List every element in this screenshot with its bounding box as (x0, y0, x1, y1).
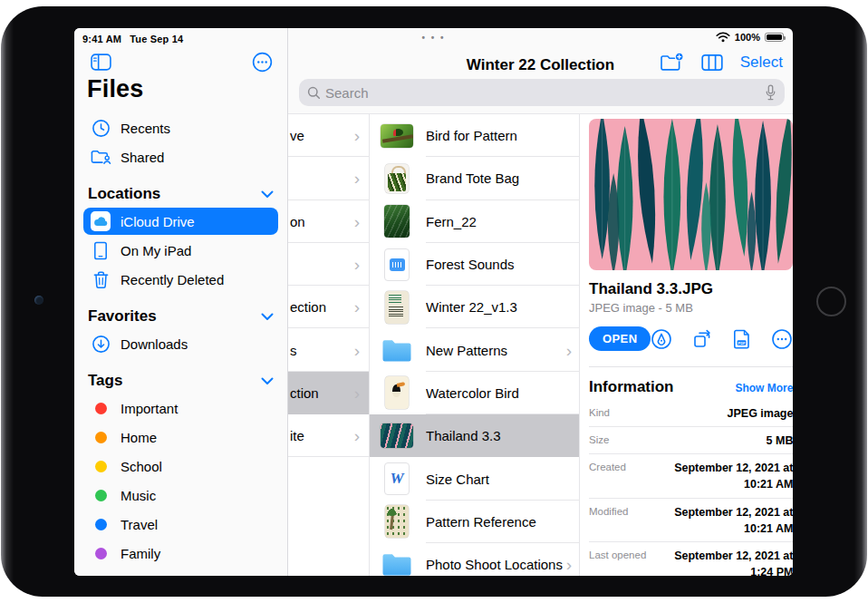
file-row-thailand-33-selected[interactable]: Thailand 3.3 (370, 414, 579, 457)
file-row-photo-shoot-locations[interactable]: Photo Shoot Locations › (370, 543, 579, 576)
sidebar-tag-family[interactable]: Family (74, 539, 287, 568)
info-label: Modified (589, 504, 628, 517)
tag-dot-icon (90, 519, 111, 530)
browser-row[interactable]: ve› (288, 114, 369, 157)
chevron-right-icon: › (354, 213, 360, 230)
sidebar-section-locations[interactable]: Locations (74, 181, 287, 207)
sidebar-item-downloads[interactable]: Downloads (74, 329, 287, 358)
icloud-drive-icon (90, 211, 111, 231)
file-name: Forest Sounds (426, 257, 515, 272)
info-value: JPEG image (728, 405, 794, 422)
dictation-mic-icon[interactable] (765, 84, 776, 102)
home-button[interactable] (816, 287, 846, 316)
sidebar-item-label: iCloud Drive (121, 214, 195, 229)
search-input[interactable] (325, 85, 760, 101)
select-button[interactable]: Select (740, 53, 783, 72)
rotate-icon[interactable] (691, 328, 713, 350)
info-label: Size (589, 433, 609, 445)
file-name: New Patterns (426, 343, 507, 358)
ipad-frame: 9:41 AMTue Sep 14 • • • 100% (0, 0, 868, 603)
front-camera (34, 296, 43, 305)
sidebar-item-recents[interactable]: Recents (74, 113, 287, 142)
tag-label: Important (121, 401, 178, 416)
chevron-down-icon (261, 377, 274, 385)
view-options-button[interactable] (701, 53, 723, 72)
search-bar[interactable] (299, 79, 785, 106)
browser-row[interactable]: › (288, 243, 369, 286)
sidebar-more-button[interactable] (252, 52, 273, 73)
browser-row-selected[interactable]: ction› (288, 372, 369, 414)
photo-thumbnail (381, 423, 413, 448)
tag-dot-icon (90, 548, 111, 559)
file-name: Winter 22_v1.3 (426, 299, 517, 315)
file-row-forest-sounds[interactable]: Forest Sounds (370, 243, 579, 286)
svg-text:PDF: PDF (738, 340, 747, 345)
file-row-new-patterns[interactable]: New Patterns › (370, 328, 579, 371)
shared-folder-icon (90, 148, 111, 166)
sidebar-section-favorites[interactable]: Favorites (74, 304, 287, 329)
sidebar-section-tags[interactable]: Tags (74, 368, 287, 394)
sidebar-tag-important[interactable]: Important (74, 394, 287, 423)
sidebar-item-shared[interactable]: Shared (74, 142, 287, 171)
downloads-icon (90, 335, 111, 354)
sidebar-item-label: Recently Deleted (121, 272, 224, 287)
tag-label: Home (121, 430, 157, 445)
file-row-brand-tote-bag[interactable]: Brand Tote Bag (370, 157, 579, 199)
open-button[interactable]: OPEN (589, 326, 651, 351)
chevron-down-icon (261, 190, 274, 199)
file-row-winter-22-v13[interactable]: Winter 22_v1.3 (370, 286, 579, 328)
info-value: September 12, 2021 at 1:24 PM (655, 548, 793, 576)
sidebar-tag-music[interactable]: Music (74, 481, 287, 510)
file-name: Photo Shoot Locations (426, 557, 563, 572)
browser-row[interactable]: s› (288, 328, 369, 371)
sidebar-toggle-button[interactable] (91, 53, 111, 71)
tag-dot-icon (90, 490, 111, 501)
new-folder-button[interactable] (660, 53, 684, 73)
tag-label: Music (121, 488, 156, 503)
status-right: 100% (716, 32, 784, 43)
search-icon (307, 86, 321, 100)
sidebar-item-label: On My iPad (121, 243, 191, 258)
info-row-kind: Kind JPEG image (589, 400, 793, 427)
sidebar-item-icloud-drive[interactable]: iCloud Drive (83, 208, 278, 235)
sidebar-item-label: Recents (121, 121, 170, 136)
illustration-thumbnail (385, 376, 409, 409)
info-row-last-opened: Last opened September 12, 2021 at 1:24 P… (589, 542, 793, 576)
show-more-link[interactable]: Show More (735, 382, 793, 394)
sidebar-tag-travel[interactable]: Travel (74, 510, 287, 539)
browser-row-label: ite (290, 428, 304, 443)
file-row-pattern-reference[interactable]: Pattern Reference (370, 501, 579, 543)
sidebar-tag-home[interactable]: Home (74, 423, 287, 452)
browser-row-label: ction (290, 385, 319, 401)
ipad-icon (90, 241, 111, 260)
info-value: 5 MB (767, 433, 793, 449)
more-actions-icon[interactable] (771, 328, 793, 350)
audio-file-icon (384, 248, 410, 281)
info-row-modified: Modified September 12, 2021 at 10:21 AM (589, 499, 793, 542)
browser-row[interactable]: › (288, 157, 369, 199)
file-row-size-chart[interactable]: W Size Chart (370, 457, 579, 500)
multitasking-indicator[interactable]: • • • (74, 33, 793, 43)
browser-row[interactable]: ite› (288, 414, 369, 457)
sidebar-item-label: Downloads (121, 336, 188, 352)
illustration-thumbnail (385, 505, 409, 538)
browser-row[interactable]: on› (288, 200, 369, 243)
browser-row[interactable]: ection› (288, 286, 369, 328)
content-columns: ve› › on› › ection› s› ction› ite› Bird … (288, 113, 793, 576)
info-label: Created (589, 460, 626, 472)
browser-row-label: s (290, 343, 297, 358)
file-row-bird-for-pattern[interactable]: Bird for Pattern (370, 114, 579, 157)
battery-percent: 100% (735, 32, 760, 43)
sidebar-item-recently-deleted[interactable]: Recently Deleted (74, 265, 287, 294)
file-row-fern-22[interactable]: Fern_22 (370, 200, 579, 243)
markup-icon[interactable] (651, 328, 672, 350)
preview-image[interactable] (589, 119, 793, 270)
sidebar-item-on-my-ipad[interactable]: On My iPad (74, 236, 287, 265)
chevron-right-icon: › (354, 256, 360, 273)
file-name: Thailand 3.3 (426, 428, 501, 443)
tag-label: Travel (121, 517, 158, 532)
section-header-label: Tags (88, 372, 122, 390)
file-row-watercolor-bird[interactable]: Watercolor Bird (370, 372, 579, 414)
create-pdf-icon[interactable]: PDF (732, 328, 752, 350)
sidebar-tag-school[interactable]: School (74, 452, 287, 481)
